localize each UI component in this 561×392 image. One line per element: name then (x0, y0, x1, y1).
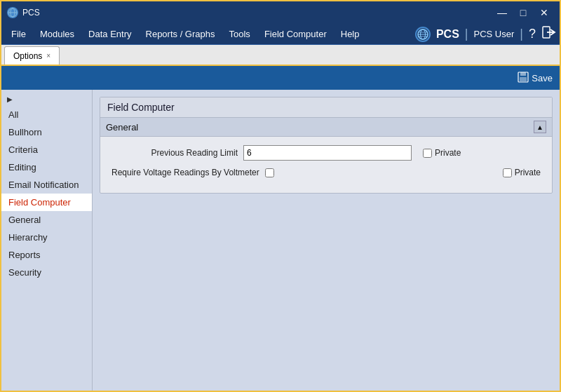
sidebar-expand-arrow[interactable]: ▶ (1, 93, 92, 106)
menu-modules[interactable]: Modules (33, 26, 81, 42)
form-row-previous-reading: Previous Reading Limit Private (111, 145, 541, 161)
save-icon (518, 72, 529, 85)
voltage-readings-private-label: Private (515, 168, 541, 177)
previous-reading-input[interactable] (243, 145, 412, 161)
toolbar: Save (1, 66, 560, 90)
app-icon (7, 7, 18, 18)
menu-data-entry[interactable]: Data Entry (81, 26, 138, 42)
scroll-up-button[interactable]: ▲ (534, 121, 546, 133)
form-row-voltage-readings: Require Voltage Readings By Voltmeter Pr… (111, 168, 541, 177)
sidebar: ▶ All Bullhorn Criteria Editing Email No… (1, 90, 93, 392)
voltage-readings-checkbox[interactable] (265, 168, 274, 177)
voltage-readings-private-checkbox[interactable] (503, 168, 512, 177)
sidebar-item-bullhorn[interactable]: Bullhorn (1, 123, 92, 141)
menu-file[interactable]: File (4, 26, 33, 42)
menu-tools[interactable]: Tools (222, 26, 257, 42)
right-panel: Field Computer General ▲ Previous Readin… (93, 90, 560, 392)
previous-reading-label: Previous Reading Limit (111, 148, 238, 158)
subheader-label: General (106, 122, 138, 133)
form-area: Previous Reading Limit Private Require V… (100, 137, 552, 193)
sidebar-item-field-computer[interactable]: Field Computer (1, 194, 92, 211)
menu-right: PCS | PCS User | ? (415, 25, 557, 43)
sidebar-item-security[interactable]: Security (1, 264, 92, 281)
right-app-label: PCS (436, 28, 459, 41)
menu-divider: | (465, 27, 468, 41)
app-title: PCS (22, 8, 492, 18)
tab-options[interactable]: Options × (4, 46, 60, 65)
previous-reading-private-label: Private (435, 148, 461, 158)
section-card: Field Computer General ▲ Previous Readin… (100, 97, 553, 194)
previous-reading-private-group: Private (423, 148, 461, 158)
svg-rect-12 (520, 77, 527, 81)
sidebar-item-editing[interactable]: Editing (1, 158, 92, 176)
title-bar: PCS — □ ✕ (1, 1, 560, 24)
logout-icon[interactable] (541, 25, 557, 43)
svg-rect-11 (520, 72, 526, 76)
window-controls: — □ ✕ (492, 5, 554, 20)
voltage-private-group: Private (503, 168, 541, 177)
section-subheader: General ▲ (100, 118, 552, 137)
tab-bar: Options × (1, 45, 560, 66)
help-icon[interactable]: ? (529, 27, 536, 41)
sidebar-item-reports[interactable]: Reports (1, 246, 92, 264)
close-button[interactable]: ✕ (534, 5, 554, 20)
menu-field-computer[interactable]: Field Computer (257, 26, 334, 42)
save-button[interactable]: Save (518, 72, 553, 85)
section-title: Field Computer (100, 97, 552, 118)
menu-divider2: | (520, 27, 523, 41)
save-label: Save (532, 73, 553, 83)
sidebar-item-general[interactable]: General (1, 211, 92, 229)
menu-help[interactable]: Help (334, 26, 367, 42)
sidebar-item-criteria[interactable]: Criteria (1, 141, 92, 158)
tab-label: Options (13, 51, 42, 61)
menu-bar: File Modules Data Entry Reports / Graphs… (1, 24, 560, 45)
sidebar-item-email-notification[interactable]: Email Notification (1, 176, 92, 194)
sidebar-item-hierarchy[interactable]: Hierarchy (1, 229, 92, 246)
minimize-button[interactable]: — (492, 5, 512, 20)
globe-icon (415, 27, 431, 42)
main-content: ▶ All Bullhorn Criteria Editing Email No… (1, 90, 560, 392)
previous-reading-private-checkbox[interactable] (423, 149, 432, 158)
sidebar-item-all[interactable]: All (1, 106, 92, 123)
maximize-button[interactable]: □ (513, 5, 533, 20)
menu-reports-graphs[interactable]: Reports / Graphs (139, 26, 222, 42)
tab-close-button[interactable]: × (46, 52, 50, 60)
user-label: PCS User (474, 29, 515, 39)
voltage-readings-label: Require Voltage Readings By Voltmeter (111, 168, 259, 177)
